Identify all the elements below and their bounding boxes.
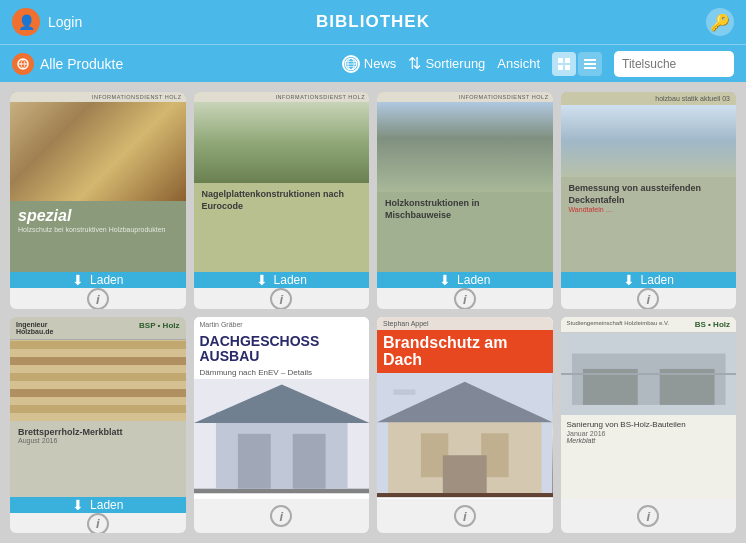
load-label-5: Laden xyxy=(90,498,123,512)
dachgeschoss-subtitle: Dämmung nach EnEV – Details xyxy=(194,366,370,379)
svg-rect-23 xyxy=(443,455,487,493)
book-card-1: INFORMATIONSDIENST HOLZ spezial Holzschu… xyxy=(10,92,186,309)
brandschutz-title: Brandschutz am Dach xyxy=(377,330,553,373)
logo-right-5: BSP • Holz xyxy=(139,321,179,335)
book-card-6: Martin Gräber DACHGESCHOSS AUSBAU Dämmun… xyxy=(194,317,370,534)
search-input[interactable] xyxy=(614,51,734,77)
user-avatar[interactable]: 👤 xyxy=(12,8,40,36)
info-footer-8: i xyxy=(561,499,737,533)
cover-image-1 xyxy=(10,102,186,201)
cover-org-label-8: Studiengemeinschaft Holzleimbau e.V. xyxy=(567,320,670,329)
cover-logo-strip-8: Studiengemeinschaft Holzleimbau e.V. BS … xyxy=(561,317,737,333)
cover-logo-strip-5: IngenieurHolzbau.de BSP • Holz xyxy=(10,317,186,340)
view-toggle xyxy=(552,52,602,76)
top-bar-left: 👤 Login xyxy=(12,8,82,36)
book-cover-8: Studiengemeinschaft Holzleimbau e.V. BS … xyxy=(561,317,737,500)
load-button-2[interactable]: ⬇ Laden xyxy=(194,272,370,288)
info-button-3[interactable]: i xyxy=(454,288,476,309)
bsholz-subtitle: Merkblatt xyxy=(567,437,731,444)
book-cover-3: INFORMATIONSDIENST HOLZ Holzkonstruktion… xyxy=(377,92,553,272)
cover-image-3 xyxy=(377,102,553,192)
svg-rect-13 xyxy=(215,412,347,489)
load-label-3: Laden xyxy=(457,273,490,287)
book-card-5: IngenieurHolzbau.de BSP • Holz Brettsper… xyxy=(10,317,186,534)
sortierung-nav-item[interactable]: ⇅ Sortierung xyxy=(408,54,485,73)
book-cover-5: IngenieurHolzbau.de BSP • Holz Brettsper… xyxy=(10,317,186,497)
download-icon-5: ⬇ xyxy=(72,497,84,513)
load-label-1: Laden xyxy=(90,273,123,287)
book-card-4: holzbau statik aktuell 03 Bemessung von … xyxy=(561,92,737,309)
news-nav-item[interactable]: News xyxy=(342,55,397,73)
cover-author-6: Martin Gräber xyxy=(194,317,370,332)
sub-nav-right: News ⇅ Sortierung Ansicht xyxy=(342,51,734,77)
news-label: News xyxy=(364,56,397,71)
cover-image-8 xyxy=(561,333,737,415)
svg-rect-15 xyxy=(292,434,325,489)
holzkonstruktionen-title: Holzkonstruktionen in Mischbauweise xyxy=(385,198,545,221)
spezial-subtitle: Holzschutz bei konstruktiven Holzbauprod… xyxy=(18,225,178,234)
cover-text-2: Nagelplattenkonstruktionen nach Eurocode xyxy=(194,183,370,218)
info-button-4[interactable]: i xyxy=(637,288,659,309)
load-button-5[interactable]: ⬇ Laden xyxy=(10,497,186,513)
svg-rect-5 xyxy=(558,58,563,63)
svg-rect-8 xyxy=(565,65,570,70)
avatar-icon: 👤 xyxy=(18,14,35,30)
info-button-6[interactable]: i xyxy=(270,505,292,527)
load-button-1[interactable]: ⬇ Laden xyxy=(10,272,186,288)
book-cover-1: INFORMATIONSDIENST HOLZ spezial Holzschu… xyxy=(10,92,186,272)
load-button-3[interactable]: ⬇ Laden xyxy=(377,272,553,288)
brandschutz-publisher: Rudolf Müller xyxy=(377,497,553,499)
bemessung-subtitle: Wandtafeln … xyxy=(569,206,729,213)
svg-rect-9 xyxy=(584,59,596,61)
grid-view-button[interactable] xyxy=(552,52,576,76)
cover-text-1: spezial Holzschutz bei konstruktiven Hol… xyxy=(10,201,186,240)
bsholz-title: Sanierung von BS-Holz-Bauteilen xyxy=(567,420,731,430)
info-button-8[interactable]: i xyxy=(637,505,659,527)
cover-text-5: Brettsperrholz-Merkblatt August 2016 xyxy=(10,421,186,450)
info-holz-strip-1: INFORMATIONSDIENST HOLZ xyxy=(10,92,186,102)
cover-top-strip-4: holzbau statik aktuell 03 xyxy=(561,92,737,105)
book-cover-7: Stephan Appel Brandschutz am Dach Rudolf… xyxy=(377,317,553,500)
load-label-2: Laden xyxy=(274,273,307,287)
cover-image-2 xyxy=(194,102,370,183)
globe-icon xyxy=(342,55,360,73)
load-button-4[interactable]: ⬇ Laden xyxy=(561,272,737,288)
download-icon-1: ⬇ xyxy=(72,272,84,288)
bemessung-title: Bemessung von aussteifenden Deckentafeln xyxy=(569,183,729,206)
cover-image-5 xyxy=(10,340,186,421)
list-view-button[interactable] xyxy=(578,52,602,76)
download-icon-3: ⬇ xyxy=(439,272,451,288)
info-footer-5: i xyxy=(10,513,186,534)
alle-label[interactable]: Alle Produkte xyxy=(40,56,123,72)
cover-text-3: Holzkonstruktionen in Mischbauweise xyxy=(377,192,553,227)
nagelplatten-title: Nagelplattenkonstruktionen nach Eurocode xyxy=(202,189,362,212)
cover-author-7: Stephan Appel xyxy=(377,317,553,330)
sub-nav-bar: Alle Produkte News ⇅ Sortierung Ansicht xyxy=(0,44,746,82)
info-button-7[interactable]: i xyxy=(454,505,476,527)
info-holz-strip-3: INFORMATIONSDIENST HOLZ xyxy=(377,92,553,102)
info-button-2[interactable]: i xyxy=(270,288,292,309)
cover-image-4 xyxy=(561,105,737,177)
book-card-7: Stephan Appel Brandschutz am Dach Rudolf… xyxy=(377,317,553,534)
sub-nav-left: Alle Produkte xyxy=(12,53,338,75)
logo-left-5: IngenieurHolzbau.de xyxy=(16,321,53,335)
info-button-1[interactable]: i xyxy=(87,288,109,309)
sort-icon: ⇅ xyxy=(408,54,421,73)
book-cover-6: Martin Gräber DACHGESCHOSS AUSBAU Dämmun… xyxy=(194,317,370,500)
book-card-8: Studiengemeinschaft Holzleimbau e.V. BS … xyxy=(561,317,737,534)
info-footer-1: i xyxy=(10,288,186,309)
bsp-title: Brettsperrholz-Merkblatt xyxy=(18,427,178,437)
app-title: BIBLIOTHEK xyxy=(316,12,430,32)
top-bar-right: 🔑 xyxy=(706,8,734,36)
book-card-2: INFORMATIONSDIENST HOLZ Nagelplattenkons… xyxy=(194,92,370,309)
cover-text-8: Sanierung von BS-Holz-Bauteilen Januar 2… xyxy=(561,415,737,449)
book-cover-2: INFORMATIONSDIENST HOLZ Nagelplattenkons… xyxy=(194,92,370,272)
brandschutz-image xyxy=(377,373,553,498)
svg-rect-6 xyxy=(565,58,570,63)
key-button[interactable]: 🔑 xyxy=(706,8,734,36)
info-button-5[interactable]: i xyxy=(87,513,109,534)
login-label[interactable]: Login xyxy=(48,14,82,30)
book-card-3: INFORMATIONSDIENST HOLZ Holzkonstruktion… xyxy=(377,92,553,309)
info-footer-3: i xyxy=(377,288,553,309)
load-label-4: Laden xyxy=(641,273,674,287)
